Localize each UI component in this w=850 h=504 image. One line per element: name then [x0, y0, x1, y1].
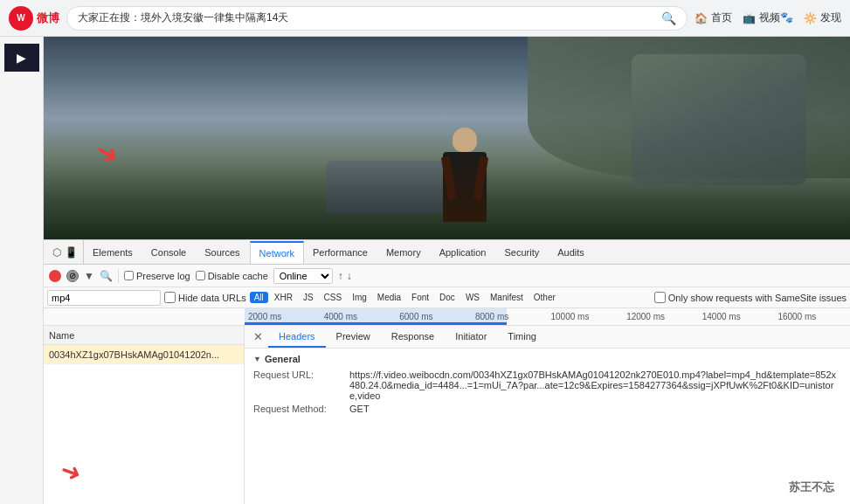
filter-tag-img[interactable]: Img — [348, 292, 371, 303]
hide-data-url-checkbox[interactable] — [164, 292, 176, 303]
discover-icon: 🔆 — [804, 12, 817, 24]
same-site-check[interactable]: Only show requests with SameSite issues — [654, 292, 847, 303]
tab-network[interactable]: Network — [250, 241, 304, 265]
timeline-label-14000: 14000 ms — [699, 312, 775, 321]
request-url-label: Request URL: — [253, 369, 349, 401]
search-icon: 🔍 — [661, 11, 676, 25]
section-header-general[interactable]: ▼ General — [253, 354, 841, 364]
download-icon[interactable]: ↓ — [347, 270, 352, 282]
request-url-row: Request URL: https://f.video.weibocdn.co… — [253, 369, 841, 401]
disable-cache-check[interactable]: Disable cache — [196, 271, 268, 281]
name-column-header: Name — [49, 330, 74, 341]
request-url-value: https://f.video.weibocdn.com/0034hXZ1gx0… — [349, 369, 841, 401]
tab-sources[interactable]: Sources — [196, 240, 249, 264]
filter-tag-css[interactable]: CSS — [320, 292, 347, 303]
preserve-log-checkbox[interactable] — [124, 271, 134, 280]
main-content: ▶ ➜ — [0, 37, 850, 504]
timeline-label-16000: 16000 ms — [774, 312, 850, 321]
preserve-log-check[interactable]: Preserve log — [124, 271, 190, 281]
close-details-button[interactable]: ✕ — [248, 326, 268, 348]
details-panel: ✕ Headers Preview Response Initiator Tim… — [245, 326, 850, 504]
disable-cache-checkbox[interactable] — [196, 271, 205, 280]
preserve-log-label: Preserve log — [136, 271, 190, 281]
timeline-progress-fill — [245, 322, 507, 325]
filter-tag-xhr[interactable]: XHR — [270, 292, 297, 303]
filter-tags: All XHR JS CSS Img Media Font Doc WS Man… — [250, 292, 560, 303]
weibo-brand-text: 微博 — [37, 10, 59, 26]
same-site-checkbox[interactable] — [654, 292, 666, 303]
details-tabs: ✕ Headers Preview Response Initiator Tim… — [245, 326, 850, 349]
tab-security[interactable]: Security — [495, 240, 549, 264]
address-bar[interactable]: 大家正在搜：境外入境安徽一律集中隔离14天 🔍 — [66, 6, 688, 31]
search-icon-toolbar[interactable]: 🔍 — [100, 270, 113, 282]
video-label: 视频🐾 — [759, 10, 793, 25]
section-title-general: General — [265, 354, 301, 364]
hide-data-url-check[interactable]: Hide data URLs — [164, 292, 246, 303]
watermark: 苏王不忘 — [784, 478, 840, 497]
filter-tag-all[interactable]: All — [250, 292, 268, 303]
same-site-label: Only show requests with SameSite issues — [668, 293, 847, 303]
filter-input[interactable] — [52, 293, 156, 303]
filter-tag-js[interactable]: JS — [299, 292, 318, 303]
upload-download-icons: ↑ ↓ — [338, 270, 352, 282]
video-icon: 📺 — [743, 12, 756, 24]
timeline-label-10000: 10000 ms — [548, 312, 624, 321]
tab-performance[interactable]: Performance — [304, 240, 377, 264]
file-list-header: Name — [44, 326, 244, 345]
detail-tab-headers[interactable]: Headers — [268, 326, 326, 348]
general-section: ▼ General Request URL: https://f.video.w… — [245, 349, 850, 422]
detail-tab-initiator[interactable]: Initiator — [445, 326, 497, 348]
filter-tag-manifest[interactable]: Manifest — [486, 292, 528, 303]
tab-memory[interactable]: Memory — [377, 240, 431, 264]
detail-tab-response[interactable]: Response — [381, 326, 446, 348]
filter-icon[interactable]: ▼ — [84, 270, 94, 282]
file-list-panel: Name 0034hXZ1gx07BHskAMAg01041202n... ➜ — [44, 326, 245, 504]
timeline-label-12000: 12000 ms — [623, 312, 699, 321]
throttle-select[interactable]: Online Offline Slow 3G Fast 3G — [273, 268, 333, 284]
file-list-item[interactable]: 0034hXZ1gx07BHskAMAg01041202n... — [44, 345, 244, 364]
tab-audits[interactable]: Audits — [549, 240, 594, 264]
detail-tab-timing[interactable]: Timing — [497, 326, 547, 348]
video-player[interactable]: ➜ — [44, 37, 850, 239]
detail-tab-preview[interactable]: Preview — [326, 326, 381, 348]
discover-label: 发现 — [820, 10, 841, 25]
record-button[interactable] — [49, 270, 61, 282]
section-triangle-icon: ▼ — [253, 355, 261, 363]
request-method-row: Request Method: GET — [253, 404, 841, 414]
nav-discover[interactable]: 🔆 发现 — [804, 10, 841, 25]
timeline-bar: 2000 ms 4000 ms 6000 ms 8000 ms 10000 ms… — [44, 308, 850, 326]
network-content: Name 0034hXZ1gx07BHskAMAg01041202n... ➜ … — [44, 326, 850, 504]
content-area: ➜ ⬡ 📱 Elements Console Sources Network P… — [44, 37, 850, 504]
filter-tag-doc[interactable]: Doc — [435, 292, 460, 303]
nav-home[interactable]: 🏠 首页 — [695, 10, 732, 25]
separator-1 — [118, 269, 119, 283]
home-icon: 🏠 — [695, 12, 708, 24]
stop-button[interactable]: ⊘ — [66, 270, 79, 282]
request-method-value: GET — [349, 404, 841, 414]
mobile-icon[interactable]: 📱 — [65, 246, 78, 259]
nav-video[interactable]: 📺 视频🐾 — [743, 10, 793, 25]
filter-tag-ws[interactable]: WS — [461, 292, 484, 303]
filter-bar: Hide data URLs All XHR JS CSS Img Media … — [44, 287, 850, 308]
browser-top-bar: W 微博 大家正在搜：境外入境安徽一律集中隔离14天 🔍 🏠 首页 📺 视频🐾 … — [0, 0, 850, 37]
filter-tag-other[interactable]: Other — [529, 292, 560, 303]
filter-tag-media[interactable]: Media — [373, 292, 405, 303]
upload-icon[interactable]: ↑ — [338, 270, 343, 282]
devtools-tab-bar: ⬡ 📱 Elements Console Sources Network Per… — [44, 240, 850, 265]
filter-tag-font[interactable]: Font — [407, 292, 433, 303]
weibo-icon: W — [9, 6, 33, 31]
devtools-panel: ⬡ 📱 Elements Console Sources Network Per… — [44, 239, 850, 504]
tab-elements[interactable]: Elements — [84, 240, 142, 264]
video-thumbnail[interactable]: ▶ — [4, 44, 39, 72]
inspect-icon[interactable]: ⬡ — [52, 246, 61, 259]
home-label: 首页 — [711, 10, 732, 25]
address-text: 大家正在搜：境外入境安徽一律集中隔离14天 — [78, 10, 656, 25]
tab-console[interactable]: Console — [142, 240, 196, 264]
devtools-icons: ⬡ 📱 — [47, 240, 84, 264]
disable-cache-label: Disable cache — [208, 271, 268, 281]
network-toolbar: ⊘ ▼ 🔍 Preserve log Disable cache Online … — [44, 265, 850, 287]
tab-application[interactable]: Application — [431, 240, 496, 264]
annotation-arrow-2: ➜ — [57, 455, 86, 489]
filter-input-wrapper — [47, 290, 161, 306]
nav-icons: 🏠 首页 📺 视频🐾 🔆 发现 — [695, 10, 841, 25]
